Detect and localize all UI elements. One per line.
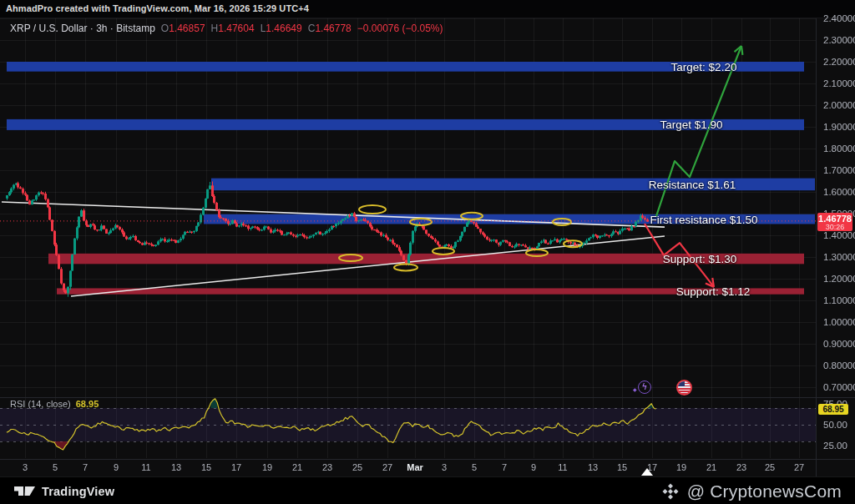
- price-tick: 1.10000: [823, 295, 855, 305]
- price-tick: 0.70000: [823, 382, 855, 392]
- sparkle-glyph: ◆: [633, 386, 637, 392]
- price-tick: 1.70000: [823, 165, 855, 175]
- ohlc-high-value: 1.47604: [218, 23, 254, 34]
- bar-countdown: 30:26: [817, 224, 852, 231]
- price-tick: 2.40000: [823, 13, 855, 23]
- time-axis-divider: [0, 459, 855, 460]
- flag-union: [678, 381, 685, 386]
- publish-time-marker-icon: [641, 468, 653, 476]
- time-tick: 15: [201, 462, 211, 472]
- ohlc-low-value: 1.46649: [266, 23, 301, 34]
- level-label-target-190[interactable]: Target $1.90: [660, 118, 722, 131]
- watermark-text: AhmadPro created with TradingView.com, M…: [6, 3, 309, 13]
- time-tick: 19: [676, 462, 686, 472]
- pane-divider: [0, 397, 855, 398]
- price-tick: 2.20000: [823, 57, 855, 67]
- time-tick: 9: [531, 462, 536, 472]
- watermark-bar: AhmadPro created with TradingView.com, M…: [0, 0, 855, 18]
- attribution: @ CryptonewsCom: [661, 481, 842, 501]
- tradingview-logo[interactable]: TradingView: [13, 484, 114, 498]
- time-tick: 3: [23, 462, 28, 472]
- time-tick: 25: [765, 462, 775, 472]
- time-tick: 5: [472, 462, 477, 472]
- lightning-boost-icon[interactable]: ϟ ◆: [638, 381, 651, 394]
- time-tick: 19: [262, 462, 272, 472]
- attribution-text: @ CryptonewsCom: [687, 481, 842, 501]
- symbol-legend[interactable]: XRP / U.S. Dollar · 3h · BitstampO1.4685…: [10, 23, 443, 34]
- level-label-target-220[interactable]: Target: $2.20: [671, 60, 737, 73]
- time-tick: 5: [53, 462, 58, 472]
- tradingview-chart-screenshot: AhmadPro created with TradingView.com, M…: [0, 0, 855, 504]
- rsi-label: RSI (14, close): [10, 399, 71, 409]
- ohlc-close-value: 1.46778: [315, 23, 351, 34]
- tradingview-logo-text: TradingView: [42, 485, 114, 498]
- time-tick: 13: [588, 462, 598, 472]
- time-tick: 11: [141, 462, 150, 472]
- time-tick: 27: [794, 462, 804, 472]
- price-tick: 1.80000: [823, 144, 855, 154]
- time-tick: 7: [502, 462, 507, 472]
- rsi-tick: 50.00: [823, 420, 847, 430]
- price-tick: 1.40000: [823, 230, 855, 240]
- binance-icon: [661, 482, 680, 501]
- time-tick: 13: [171, 462, 181, 472]
- price-tick: 1.20000: [823, 274, 855, 284]
- time-tick: 11: [558, 462, 567, 472]
- time-tick: 15: [617, 462, 627, 472]
- time-tick: 7: [83, 462, 88, 472]
- time-tick: Mar: [407, 462, 423, 472]
- time-tick: 25: [352, 462, 362, 472]
- price-tick: 0.80000: [823, 360, 855, 370]
- level-label-resistance-161[interactable]: Resistance $1.61: [649, 178, 736, 190]
- rsi-legend[interactable]: RSI (14, close)68.95: [10, 399, 99, 409]
- ohlc-open-label: O: [161, 23, 169, 34]
- rsi-tick: 25.00: [823, 441, 847, 451]
- symbol-title: XRP / U.S. Dollar · 3h · Bitstamp: [10, 23, 155, 34]
- last-price-badge: 1.46778 30:26: [817, 213, 852, 231]
- price-tick: 1.60000: [823, 187, 855, 197]
- tradingview-logo-icon: [13, 484, 36, 498]
- time-tick: 3: [442, 462, 447, 472]
- rsi-value: 68.95: [76, 399, 99, 409]
- us-flag-icon[interactable]: [676, 380, 692, 396]
- time-tick: 23: [322, 462, 332, 472]
- time-tick: 9: [114, 462, 119, 472]
- time-tick: 23: [736, 462, 746, 472]
- price-tick: 1.90000: [823, 122, 855, 132]
- time-tick: 21: [706, 462, 716, 472]
- ohlc-change: −0.00076 (−0.05%): [357, 23, 443, 34]
- time-tick: 17: [231, 462, 241, 472]
- level-label-first-resistance-150[interactable]: First resistance $1.50: [650, 213, 757, 225]
- level-label-support-130[interactable]: Support: $1.30: [663, 253, 737, 265]
- price-tick: 1.00000: [823, 317, 855, 327]
- lightning-glyph: ϟ: [639, 381, 650, 392]
- level-label-support-112[interactable]: Support: $1.12: [676, 285, 751, 298]
- price-tick: 2.30000: [823, 35, 855, 45]
- price-tick: 0.90000: [823, 339, 855, 349]
- time-tick: 27: [382, 462, 392, 472]
- price-tick: 2.10000: [823, 78, 855, 88]
- ohlc-open-value: 1.46857: [169, 23, 205, 34]
- price-tick: 1.30000: [823, 252, 855, 262]
- footer-bar: TradingView @ CryptonewsCom: [0, 476, 855, 504]
- price-tick: 2.00000: [823, 100, 855, 110]
- price-axis-divider: [816, 18, 817, 476]
- rsi-value-badge: 68.95: [818, 404, 848, 415]
- ohlc-high-label: H: [211, 23, 219, 34]
- time-tick: 21: [292, 462, 302, 472]
